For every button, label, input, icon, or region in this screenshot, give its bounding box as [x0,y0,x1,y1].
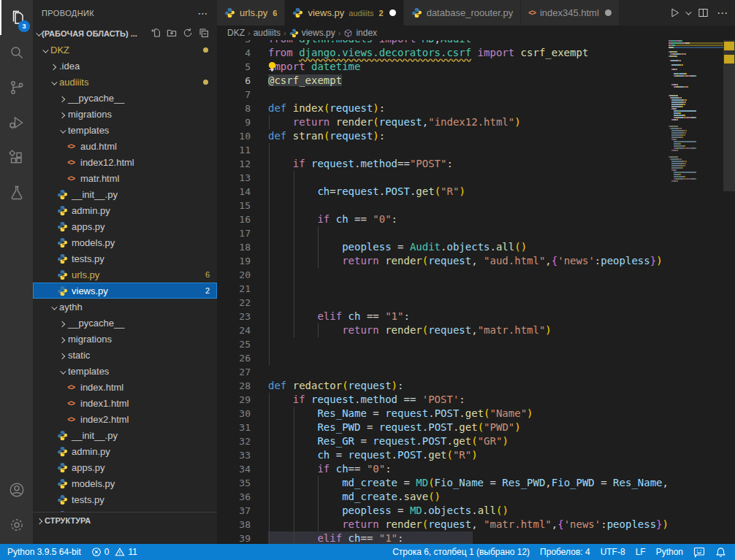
collapse-all-icon[interactable] [198,27,210,40]
tree-item-static[interactable]: static [33,347,217,363]
language-mode-status[interactable]: Python [656,547,683,557]
line-number: 16 [217,212,268,226]
tree-item-apps.py[interactable]: apps.py [33,459,217,475]
overview-ruler-marker [724,55,734,64]
tree-item-views.py[interactable]: views.py2 [33,283,217,299]
python-icon [56,253,68,264]
tree-item-tests.py[interactable]: tests.py [33,250,217,266]
tree-item-templates[interactable]: templates [33,363,217,379]
activity-run-debug-icon[interactable] [0,105,33,140]
indentation-status[interactable]: Пробелов: 4 [540,547,590,557]
new-folder-icon[interactable] [166,27,178,40]
tree-item-__init__.py[interactable]: __init__.py [33,186,217,202]
minimap[interactable] [669,40,723,544]
chevron-down-icon[interactable] [685,11,690,15]
tree-item-label: static [68,350,90,361]
activity-files-icon[interactable]: 3 [0,0,33,35]
code-editor[interactable]: 3456789101112131415161718192021222324252… [217,40,735,544]
encoding-status[interactable]: UTF-8 [601,547,625,557]
tree-item-dkz[interactable]: DKZ [33,42,217,58]
chevron-right-icon [56,334,68,345]
notifications-bell-icon[interactable] [715,547,726,558]
feedback-icon[interactable] [693,547,705,558]
workspace-section-header[interactable]: (РАБОЧАЯ ОБЛАСТЬ) ... [33,26,217,42]
tree-item-label: index2.html [80,414,129,425]
python-icon [56,285,68,296]
refresh-icon[interactable] [182,27,194,40]
activity-settings-gear-icon[interactable] [0,507,33,542]
tree-item-models.py[interactable]: models.py [33,475,217,491]
breadcrumb-item-audiiits[interactable]: audiiits [254,28,281,38]
html-icon: <> [65,140,77,152]
run-file-icon[interactable] [669,7,681,19]
line-number: 23 [217,310,268,323]
tree-item-migrations[interactable]: migrations [33,331,217,347]
tree-item-index12.html[interactable]: <>index12.html [33,154,217,170]
more-actions-icon[interactable]: ⋯ [717,7,728,20]
tree-item-migrations[interactable]: migrations [33,106,217,122]
tree-item-audiiits[interactable]: audiiits [33,74,217,90]
tree-item-__pycache__[interactable]: __pycache__ [33,315,217,331]
activity-account-icon[interactable] [0,472,33,507]
html-icon: <> [65,172,77,184]
python-interpreter-status[interactable]: Python 3.9.5 64-bit [7,547,81,557]
tree-item-urls.py[interactable]: urls.py6 [33,266,217,283]
tree-item-__pycache__[interactable]: __pycache__ [33,90,217,106]
activity-extensions-icon[interactable] [0,140,33,175]
tree-item-label: __pycache__ [68,318,124,329]
problems-status[interactable]: 0 11 [91,547,137,557]
code-line-12: if request.method=="POST": [268,157,669,171]
scrollbar[interactable] [723,40,735,544]
activity-search-icon[interactable] [0,35,33,70]
tree-item-label: __init__.py [72,189,118,200]
tree-item-templates[interactable]: templates [33,122,217,138]
tab-database_roouter.py[interactable]: database_roouter.py [404,0,522,26]
python-icon [56,220,68,232]
tree-item-admin.py[interactable]: admin.py [33,443,217,459]
breadcrumb-item-views.py[interactable]: views.py [289,28,335,38]
lightbulb-icon[interactable] [268,61,277,76]
sidebar-more-actions-icon[interactable]: ⋯ [198,7,208,19]
tree-item-index1.html[interactable]: <>index1.html [33,395,217,411]
activity-testing-flask-icon[interactable] [0,175,33,210]
tree-item-aud.html[interactable]: <>aud.html [33,138,217,154]
code-line-15 [268,199,669,212]
breadcrumb-label: audiiits [254,28,281,38]
code-line-38: return render(request, "matr.html",{'new… [268,518,669,532]
line-number: 30 [217,407,268,421]
line-number: 25 [217,337,268,351]
chevron-right-icon [56,109,68,120]
breadcrumb-item-dkz[interactable]: DKZ [227,28,245,38]
tree-item-matr.html[interactable]: <>matr.html [33,170,217,186]
html-icon: <> [65,381,77,393]
tree-item-tests.py[interactable]: tests.py [33,491,217,507]
new-file-icon[interactable] [150,27,161,40]
git-change-count-badge: 6 [205,270,210,279]
tab-label: urls.py [240,7,267,18]
chevron-down-icon [47,302,59,312]
tree-item-models.py[interactable]: models.py [33,234,217,250]
tab-urls.py[interactable]: urls.py6 [217,0,285,26]
tree-item-.idea[interactable]: .idea [33,58,217,74]
tab-index345.html[interactable]: <>index345.html [521,0,620,26]
overview-ruler-marker [724,42,734,50]
split-editor-icon[interactable] [697,7,709,19]
cursor-position-status[interactable]: Строка 6, столбец 1 (выбрано 12) [392,547,530,557]
tree-item-index2.html[interactable]: <>index2.html [33,411,217,427]
tree-item-aythh[interactable]: aythh [33,299,217,315]
tree-item-apps.py[interactable]: apps.py [33,218,217,234]
breadcrumb-item-index[interactable]: index [343,28,377,38]
code-line-34: if ch== "0": [268,462,669,476]
tree-item-index.html[interactable]: <>index.html [33,379,217,395]
eol-status[interactable]: LF [636,547,646,557]
dirty-indicator-dot[interactable] [605,9,612,16]
tab-views.py[interactable]: views.pyaudiiits2 [285,0,403,26]
line-number: 34 [217,462,268,476]
outline-section-header[interactable]: СТРУКТУРА [33,512,217,528]
code-line-4: from django.views.decorators.csrf import… [268,46,669,60]
activity-source-control-icon[interactable] [0,70,33,105]
dirty-indicator-dot[interactable] [389,9,396,16]
tree-item-admin.py[interactable]: admin.py [33,202,217,218]
explorer-sidebar: ПРОВОДНИК ⋯ (РАБОЧАЯ ОБЛАСТЬ) ... DKZ.id… [33,0,217,544]
tree-item-__init__.py[interactable]: __init__.py [33,427,217,443]
